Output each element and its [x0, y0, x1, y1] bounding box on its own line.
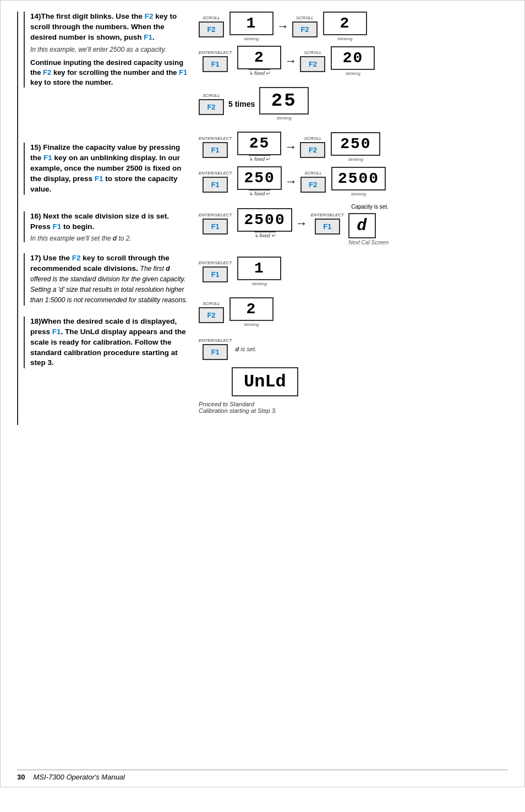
- scroll-label-3: SCROLL: [304, 50, 321, 55]
- step-16-title: 16) Next the scale division size d is se…: [30, 211, 188, 232]
- diagram-row-7: ENTER/SELECT F1 1 blinking: [199, 257, 508, 286]
- display-1-blinking: 1 blinking: [229, 12, 274, 41]
- proceed-text: Proceed to StandardCalibration starting …: [199, 401, 508, 414]
- f1-button-4[interactable]: F1: [203, 219, 228, 235]
- key-f1-enter-5: ENTER/SELECT F1: [311, 212, 344, 235]
- step-16-note: In this example we'll set the d to 2.: [30, 235, 188, 242]
- enter-select-label-6: ENTER/SELECT: [199, 260, 232, 265]
- diagram-row-1: SCROLL F2 1 blinking → SCROLL: [199, 12, 508, 41]
- enter-select-label-3: ENTER/SELECT: [199, 171, 232, 176]
- arrow-5: →: [285, 175, 297, 189]
- diagram-row-3: SCROLL F2 5 times 25 blinking: [199, 87, 508, 121]
- f2-button-6[interactable]: F2: [199, 307, 224, 323]
- f1-button-5[interactable]: F1: [315, 219, 340, 235]
- f2-button-2[interactable]: F2: [292, 21, 318, 37]
- diagram-row-8: SCROLL F2 2 blinking: [199, 297, 508, 327]
- section-14-diagrams: SCROLL F2 1 blinking → SCROLL: [199, 12, 508, 76]
- display-1-blinking-2: 1 blinking: [237, 257, 281, 286]
- key-f2-scroll-2: SCROLL F2: [292, 15, 318, 37]
- key-f2-scroll-6: SCROLL F2: [199, 301, 224, 323]
- times-label: 5 times: [228, 100, 255, 108]
- arrow-4: →: [285, 140, 297, 154]
- d-is-set-label: d is set.: [235, 346, 256, 352]
- f2-button-5times[interactable]: F2: [199, 99, 224, 115]
- step-18-title: 18)When the desired scale d is displayed…: [30, 317, 188, 368]
- page: 14)The first digit blinks. Use the F2 ke…: [0, 0, 525, 787]
- arrow-1: →: [277, 19, 289, 34]
- right-column: SCROLL F2 1 blinking → SCROLL: [193, 12, 508, 425]
- display-2500-blinking: 2500 blinking: [331, 167, 386, 197]
- step-17-title: 17) Use the F2 key to scroll through the…: [30, 253, 188, 305]
- step-15-title: 15) Finalize the capacity value by press…: [30, 143, 188, 194]
- scroll-label-6: SCROLL: [203, 301, 220, 306]
- step-14: 14)The first digit blinks. Use the F2 ke…: [24, 12, 188, 88]
- step-14-note: In this example, we'll enter 2500 as a c…: [30, 46, 188, 53]
- key-f2-scroll-1: SCROLL F2: [199, 15, 224, 37]
- display-2-blinking: 2 blinking: [323, 12, 367, 41]
- display-25-blinking: 25 blinking: [259, 87, 309, 121]
- key-f1-enter-4: ENTER/SELECT F1: [199, 212, 232, 235]
- f1-button-6[interactable]: F1: [203, 266, 228, 282]
- page-number: 30: [17, 773, 25, 781]
- scroll-label-2: SCROLL: [296, 15, 314, 20]
- f2-button-5[interactable]: F2: [300, 177, 326, 193]
- key-f1-enter-1: ENTER/SELECT F1: [199, 50, 232, 72]
- scroll-label-5times: SCROLL: [203, 93, 220, 98]
- section-5times: SCROLL F2 5 times 25 blinking: [199, 87, 508, 121]
- display-20-blinking: 20 blinking: [331, 46, 375, 76]
- key-f1-enter-2: ENTER/SELECT F1: [199, 136, 232, 158]
- scroll-label-4: SCROLL: [304, 136, 321, 141]
- section-15-diagrams: ENTER/SELECT F1 25 ↳ fixed ↵: [199, 132, 508, 246]
- diagram-row-2: ENTER/SELECT F1 2 ↳ fixed ↵: [199, 46, 508, 76]
- display-2-blinking-2: 2 blinking: [229, 297, 274, 327]
- fixed-note-4: ↳ fixed ↵: [254, 232, 276, 238]
- key-f1-enter-6: ENTER/SELECT F1: [199, 260, 232, 282]
- next-cal-label: Next Cal Screen: [348, 239, 389, 246]
- capacity-set-area: Capacity is set. d Next Cal Screen: [348, 201, 389, 246]
- arrow-6: →: [296, 216, 308, 231]
- f2-button-1[interactable]: F2: [199, 21, 224, 37]
- step-18: 18)When the desired scale d is displayed…: [24, 317, 188, 368]
- enter-select-label-5: ENTER/SELECT: [311, 212, 344, 217]
- diagram-unld: UnLd: [232, 364, 508, 396]
- arrow-2: →: [285, 54, 297, 68]
- step-16: 16) Next the scale division size d is se…: [24, 211, 188, 243]
- page-footer: 30 MSI-7300 Operator's Manual: [17, 770, 508, 781]
- fixed-note-2: ↳ fixed ↵: [249, 155, 270, 162]
- f1-button-7[interactable]: F1: [203, 344, 228, 360]
- step-14-title: 14)The first digit blinks. Use the F2 ke…: [30, 12, 188, 43]
- unld-display: UnLd: [232, 367, 298, 396]
- key-f2-scroll-3: SCROLL F2: [300, 50, 325, 72]
- enter-select-label-4: ENTER/SELECT: [199, 212, 232, 217]
- display-250-fixed: 250 ↳ fixed ↵: [237, 166, 281, 197]
- section-18-diagrams: ENTER/SELECT F1 d is set. UnLd Proceed t…: [199, 338, 508, 414]
- left-column: 14)The first digit blinks. Use the F2 ke…: [17, 12, 188, 425]
- enter-select-label-2: ENTER/SELECT: [199, 136, 232, 141]
- step-15: 15) Finalize the capacity value by press…: [24, 143, 188, 194]
- f1-button-1[interactable]: F1: [203, 56, 228, 72]
- enter-select-label-1: ENTER/SELECT: [199, 50, 232, 55]
- f1-button-3[interactable]: F1: [203, 177, 228, 193]
- section-17-diagrams: SCROLL F2 2 blinking: [199, 297, 508, 327]
- diagram-row-9: ENTER/SELECT F1 d is set.: [199, 338, 508, 360]
- step-17: 17) Use the F2 key to scroll through the…: [24, 253, 188, 305]
- display-2-fixed: 2 ↳ fixed ↵: [237, 46, 281, 76]
- fixed-note-1: ↳ fixed ↵: [249, 69, 270, 76]
- key-f1-enter-3: ENTER/SELECT F1: [199, 171, 232, 193]
- key-f2-scroll-5: SCROLL F2: [300, 171, 326, 193]
- step-14-subtext: Continue inputing the desired capacity u…: [30, 58, 188, 88]
- enter-select-label-7: ENTER/SELECT: [199, 338, 232, 343]
- f2-button-4[interactable]: F2: [300, 142, 325, 158]
- diagram-row-5: ENTER/SELECT F1 250 ↳ fixed ↵: [199, 166, 508, 197]
- fixed-note-3: ↳ fixed ↵: [249, 190, 270, 197]
- diagram-row-6: ENTER/SELECT F1 2500 ↳ fixed ↵: [199, 201, 508, 246]
- manual-title: MSI-7300 Operator's Manual: [33, 773, 125, 781]
- display-25-fixed: 25 ↳ fixed ↵: [237, 132, 281, 162]
- key-f1-enter-7: ENTER/SELECT F1: [199, 338, 232, 360]
- f2-button-3[interactable]: F2: [300, 56, 325, 72]
- capacity-set-label: Capacity is set.: [351, 204, 389, 210]
- f1-button-2[interactable]: F1: [203, 142, 228, 158]
- scroll-label-1: SCROLL: [203, 15, 220, 20]
- section-16-diagrams: ENTER/SELECT F1 1 blinking: [199, 257, 508, 286]
- diagram-row-4: ENTER/SELECT F1 25 ↳ fixed ↵: [199, 132, 508, 162]
